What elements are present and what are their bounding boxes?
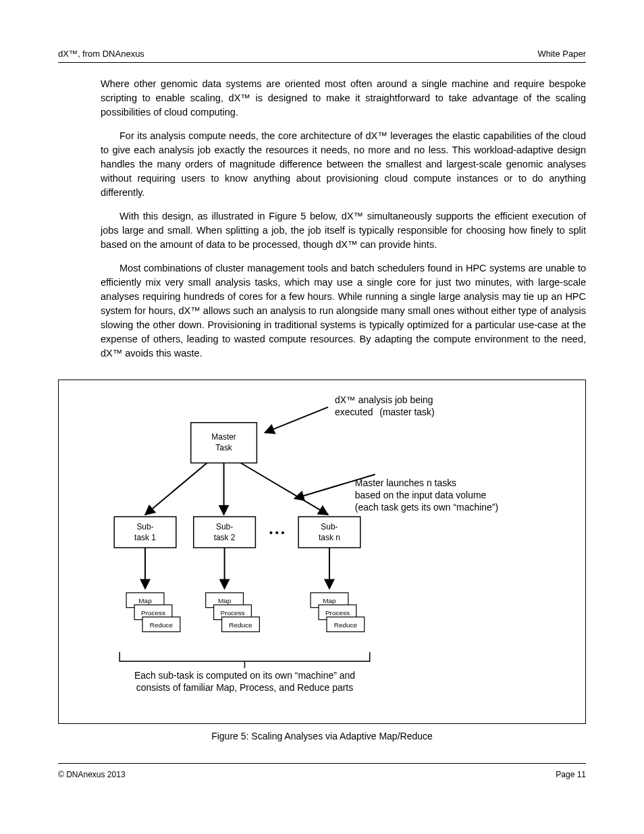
fig-mid-label-3: (each task gets its own “machine”) xyxy=(355,502,498,513)
sub2-top: Sub- xyxy=(216,522,233,531)
s1-proc: Process xyxy=(141,609,165,617)
running-head-right: White Paper xyxy=(537,49,586,59)
paragraph-3: With this design, as illustrated in Figu… xyxy=(101,209,586,252)
s2-proc: Process xyxy=(221,609,245,617)
fig-mid-label-1: Master launches n tasks xyxy=(355,477,456,488)
subn-bot: task n xyxy=(319,533,340,542)
fig-top-label-2: executed (master task) xyxy=(335,407,435,417)
master-label-top: Master xyxy=(211,432,236,442)
bottom-rule xyxy=(58,763,586,764)
top-rule xyxy=(58,62,586,63)
figure-box: Master Task dX™ analysis job being execu… xyxy=(58,380,586,724)
sub1-top: Sub- xyxy=(136,522,153,531)
sub1-bot: task 1 xyxy=(134,533,156,542)
footer-left: © DNAnexus 2013 xyxy=(58,770,126,779)
sn-proc: Process xyxy=(325,609,350,617)
s1-reduce: Reduce xyxy=(150,621,173,629)
figure-caption: Figure 5: Scaling Analyses via Adaptive … xyxy=(58,731,586,741)
s2-reduce: Reduce xyxy=(229,621,252,629)
paragraph-4: Most combinations of cluster management … xyxy=(101,261,586,361)
s1-map: Map xyxy=(138,597,152,604)
bracket-line-1: Each sub-task is computed on its own “ma… xyxy=(134,670,355,681)
sn-map: Map xyxy=(323,597,336,604)
paragraph-1: Where other genomic data systems are ori… xyxy=(101,77,586,120)
fig-top-label-1: dX™ analysis job being xyxy=(335,394,433,405)
sub2-bot: task 2 xyxy=(214,533,236,542)
fig-ellipsis: • • • xyxy=(269,527,285,538)
svg-line-1 xyxy=(265,407,328,433)
svg-line-4 xyxy=(240,463,327,515)
s2-map: Map xyxy=(218,597,232,604)
footer-right: Page 11 xyxy=(556,770,586,779)
body-text: Where other genomic data systems are ori… xyxy=(101,77,586,370)
fig-mid-label-2: based on the input data volume xyxy=(355,490,487,500)
master-label-bot: Task xyxy=(215,443,232,452)
paragraph-2: For its analysis compute needs, the core… xyxy=(101,129,586,200)
svg-line-2 xyxy=(145,463,207,515)
bracket-line-2: consists of familiar Map, Process, and R… xyxy=(136,682,354,693)
running-head-left: dX™, from DNAnexus xyxy=(58,49,144,59)
subn-top: Sub- xyxy=(321,522,338,531)
figure-svg: Master Task dX™ analysis job being execu… xyxy=(59,380,585,723)
sn-reduce: Reduce xyxy=(334,621,358,629)
